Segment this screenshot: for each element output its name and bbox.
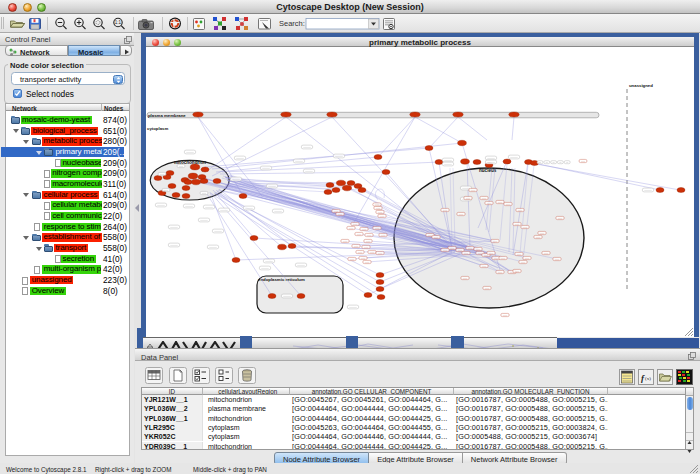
- svg-text:plasma membrane: plasma membrane: [148, 113, 186, 118]
- svg-text:nucleus: nucleus: [479, 168, 497, 173]
- svg-text:endoplasmic reticulum: endoplasmic reticulum: [258, 277, 305, 282]
- svg-text:unassigned: unassigned: [629, 83, 653, 88]
- svg-text:mitochondrion: mitochondrion: [174, 160, 206, 165]
- svg-text:Search:: Search:: [279, 19, 305, 28]
- svg-text:cytoplasm: cytoplasm: [147, 126, 168, 131]
- svg-text:1:1: 1:1: [115, 20, 122, 25]
- svg-text:(x): (x): [645, 376, 651, 381]
